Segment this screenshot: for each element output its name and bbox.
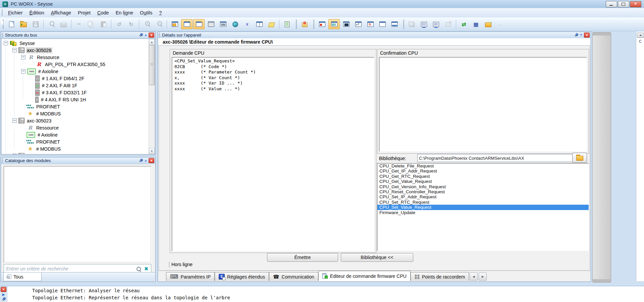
library-listbox[interactable]: CPU_Delete_File_RequestCPU_Get_IP_Addr_R… [377, 163, 589, 251]
project-archive-button[interactable] [482, 19, 494, 29]
tree-item-axc-305026[interactable]: axc-305026 [2, 47, 155, 54]
clear-search-icon[interactable]: ✖ [144, 266, 148, 271]
search-input[interactable] [4, 266, 137, 271]
library-item[interactable]: Firmware_Update [377, 210, 589, 215]
pin-icon[interactable] [139, 33, 143, 37]
scroll-thumb[interactable] [149, 45, 155, 85]
library-item[interactable]: CPU_Delete_File_Request [377, 163, 589, 168]
expander-icon[interactable] [4, 41, 8, 45]
workspace-window-button[interactable] [169, 19, 180, 29]
menu-en-ligne[interactable]: En ligne [112, 9, 137, 16]
search-icon[interactable] [137, 267, 141, 271]
cpu-request-editor[interactable]: <CPU_Set_Value_Request> 02CB (* Code *) … [172, 57, 374, 251]
tree-item-api-pdl-ptr-axc3050-55[interactable]: RAPI_PDL_PTR AXC3050_55 [2, 61, 155, 68]
expander-icon[interactable] [12, 48, 17, 52]
tree-item-192-168-1-245[interactable]: 192.168.1.245 [2, 152, 155, 154]
play-icon[interactable]: ▶ [2, 293, 5, 296]
minimize-button[interactable] [606, 1, 617, 7]
blank-window-button[interactable] [377, 19, 388, 29]
library-item[interactable]: CPU_Get_RTC_Request [377, 174, 589, 179]
tree-item-modbus[interactable]: ✳# MODBUS [2, 110, 155, 117]
library-item[interactable]: CPU_Set_Value_Request [377, 205, 589, 210]
tab-param-tres-ip[interactable]: ⌨Paramètres IP [166, 272, 215, 281]
collapse-up-icon[interactable]: ▲ [144, 158, 147, 163]
collapse-down-icon[interactable]: ▼ [580, 33, 583, 37]
library-item[interactable]: CPU_Get_Version_Info_Request [377, 184, 589, 189]
pin-icon[interactable] [139, 158, 143, 163]
pin-icon[interactable] [574, 33, 578, 37]
tab-editeur-de-commande-firmware-cpu[interactable]: Editeur de commande firmware CPU [318, 271, 411, 281]
tree-item-seysse[interactable]: Seysse [2, 40, 155, 47]
menu-code[interactable]: Code [94, 9, 112, 16]
library-item[interactable]: CPU_Get_IP_Addr_Request [377, 168, 589, 173]
topology-window-button[interactable] [328, 19, 340, 29]
build-all-button[interactable]: ▦ [470, 19, 482, 29]
variables-window-button[interactable] [205, 19, 217, 29]
panel-grip[interactable] [159, 33, 160, 37]
catalog-list-box[interactable] [4, 166, 151, 263]
tree-item-3-axl-f-do32-1-1f[interactable]: # 3 AXL F DO32/1 1F [2, 89, 155, 96]
tree-item-axioline[interactable]: # Axioline [2, 68, 155, 75]
expand-panel-icon[interactable]: ◀ [637, 33, 644, 38]
library-item[interactable]: CPU_Set_IP_Addr_Request [377, 194, 589, 199]
message-window-button[interactable] [217, 19, 229, 29]
tree-item-profinet[interactable]: PROFINET [2, 138, 155, 145]
tab-scroll-left-icon[interactable]: ◀ [470, 272, 478, 281]
tree-item-4-axl-f-rs-uni-1h[interactable]: # 4 AXL F RS UNI 1H [2, 96, 155, 103]
bookmark-button[interactable] [299, 19, 310, 29]
expander-icon[interactable] [21, 69, 25, 73]
menu-help[interactable]: ? [156, 9, 165, 16]
tab-tous[interactable]: Tous [3, 272, 42, 281]
library-item[interactable]: CPU_Get_Value_Request [377, 179, 589, 184]
panel-close-icon[interactable]: ✕ [149, 33, 154, 38]
checklist-window-button[interactable] [281, 19, 293, 29]
vertical-splitter-bar[interactable] [592, 32, 611, 283]
library-item[interactable]: CPU_Set_RTC_Request [377, 200, 589, 205]
bus-structure-window-button[interactable] [181, 19, 193, 29]
expander-icon[interactable] [12, 118, 17, 123]
notes-button[interactable] [266, 19, 277, 29]
expander-icon[interactable] [12, 154, 17, 154]
schedule-import-button[interactable] [418, 19, 430, 29]
query-window-button[interactable] [353, 19, 364, 29]
library-toggle-button[interactable]: Bibliothèque << [341, 253, 413, 262]
scroll-up-icon[interactable]: ▲ [149, 39, 155, 45]
panel-close-icon[interactable]: ✕ [584, 33, 590, 38]
schedule-build-button[interactable] [430, 19, 442, 29]
menu-fichier[interactable]: Fichier [5, 9, 26, 16]
open-project-button[interactable] [18, 19, 29, 29]
tree-item-ressource[interactable]: RRessource [2, 54, 155, 61]
library-item[interactable]: CPU_Reset_Controller_Request [377, 189, 589, 194]
panel-grip[interactable] [2, 158, 3, 163]
message-close-icon[interactable]: ✕ [1, 287, 6, 292]
tree-item-1-axl-f-di64-1-2f[interactable]: # 1 AXL F DI64/1 2F [2, 75, 155, 82]
tree-item-ressource[interactable]: RRessource [2, 124, 155, 131]
tree-item-profinet[interactable]: PROFINET [2, 103, 155, 110]
collapse-up-icon[interactable]: ▲ [144, 33, 147, 37]
tab-scroll-right-icon[interactable]: ▶ [479, 272, 487, 281]
tab-r-glages-tendus[interactable]: ERéglages étendus [215, 272, 269, 281]
dock-window-button[interactable] [389, 19, 400, 29]
split-window-button[interactable] [254, 19, 265, 29]
device-window-button[interactable] [316, 19, 328, 29]
panel-close-icon[interactable]: ✕ [149, 158, 154, 163]
menu-dition[interactable]: Édition [26, 9, 48, 16]
library-path-input[interactable] [417, 154, 574, 162]
menu-affichage[interactable]: Affichage [48, 9, 74, 16]
menu-outils[interactable]: Outils [137, 9, 156, 16]
scroll-down-icon[interactable]: ▼ [149, 148, 155, 154]
emit-button[interactable]: Émettre [267, 253, 338, 262]
monitor-window-button[interactable] [340, 19, 352, 29]
tab-communication[interactable]: ☎Communication [269, 272, 318, 281]
pin-icon[interactable] [2, 297, 6, 301]
tree-item-2-axl-f-ai8-1f[interactable]: # 2 AXL F AI8 1F [2, 82, 155, 89]
tab-points-de-raccordem[interactable]: ⊕⊕ ⊕⊕Points de raccordem [411, 272, 469, 281]
panel-grip[interactable] [2, 33, 3, 37]
menu-projet[interactable]: Projet [74, 9, 94, 16]
tree-item-modbus[interactable]: ✳# MODBUS [2, 145, 155, 152]
maximize-button[interactable] [618, 1, 629, 7]
browse-library-button[interactable] [572, 153, 587, 163]
new-file-button[interactable] [6, 19, 17, 29]
diag-window-button[interactable] [365, 19, 376, 29]
menu-grip[interactable] [2, 9, 3, 16]
